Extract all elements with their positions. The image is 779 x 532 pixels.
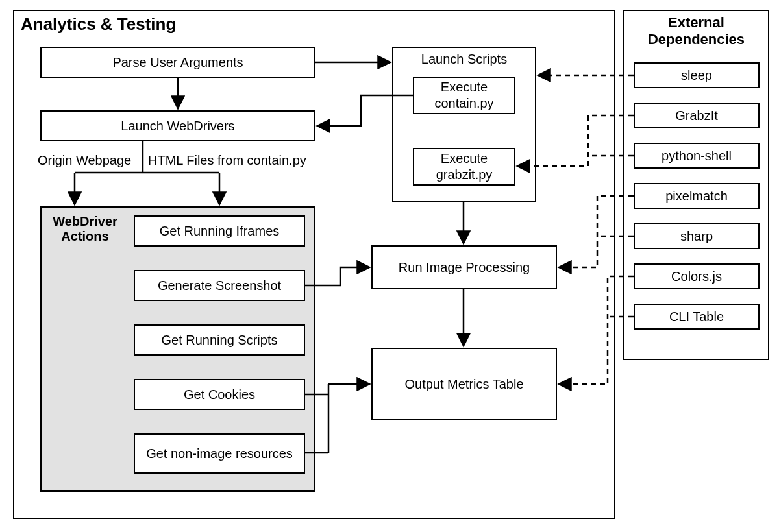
panel-analytics-title: Analytics & Testing (21, 14, 176, 34)
node-get-non-image-resources: Get non-image resources (134, 433, 305, 474)
node-label: Get Running Iframes (160, 223, 280, 239)
edge-label-htmlfiles: HTML Files from contain.py (148, 153, 306, 168)
edge-label-origin: Origin Webpage (38, 153, 131, 168)
node-get-running-scripts: Get Running Scripts (134, 324, 305, 356)
diagram-canvas: Analytics & Testing External Dependencie… (0, 0, 779, 532)
node-run-image-processing: Run Image Processing (371, 245, 557, 289)
dep-label: CLI Table (669, 309, 724, 325)
node-output-metrics-table: Output Metrics Table (371, 348, 557, 420)
dep-grabzit: GrabzIt (634, 103, 760, 128)
node-label: Get Running Scripts (162, 332, 278, 348)
node-label: Generate Screenshot (158, 278, 281, 294)
dep-label: Colors.js (671, 269, 722, 285)
node-label: Run Image Processing (399, 260, 530, 276)
dep-label: python-shell (662, 148, 732, 164)
node-label: Execute contain.py (418, 79, 510, 112)
node-label: Parse User Arguments (112, 54, 243, 71)
node-label: Get Cookies (184, 387, 255, 403)
node-label: Get non-image resources (146, 446, 293, 462)
panel-external-title: External Dependencies (626, 14, 766, 49)
node-label: Output Metrics Table (404, 376, 523, 393)
dep-label: sharp (680, 228, 713, 245)
node-label: Launch WebDrivers (121, 118, 234, 134)
node-parse-user-arguments: Parse User Arguments (40, 47, 315, 78)
dep-label: sleep (681, 67, 712, 84)
node-get-cookies: Get Cookies (134, 379, 305, 410)
node-execute-contain: Execute contain.py (413, 77, 515, 114)
dep-sharp: sharp (634, 223, 760, 249)
dep-pixelmatch: pixelmatch (634, 183, 760, 209)
node-label: Execute grabzit.py (418, 151, 510, 183)
node-launch-webdrivers: Launch WebDrivers (40, 110, 315, 141)
dep-sleep: sleep (634, 62, 760, 88)
node-get-running-iframes: Get Running Iframes (134, 215, 305, 247)
dep-cli-table: CLI Table (634, 304, 760, 330)
dep-label: pixelmatch (665, 188, 728, 204)
node-execute-grabzit: Execute grabzit.py (413, 148, 515, 186)
node-generate-screenshot: Generate Screenshot (134, 270, 305, 301)
dep-python-shell: python-shell (634, 143, 760, 169)
dep-label: GrabzIt (675, 108, 718, 124)
group-webdriver-actions-title: WebDriver Actions (47, 214, 123, 244)
group-launch-scripts-title: Launch Scripts (396, 52, 532, 67)
dep-colorsjs: Colors.js (634, 263, 760, 289)
